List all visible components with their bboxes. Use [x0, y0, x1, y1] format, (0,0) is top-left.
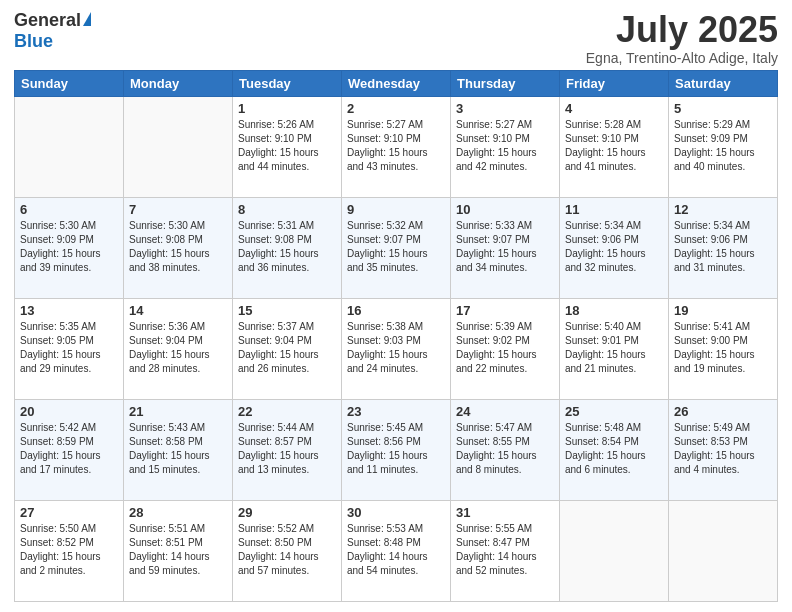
day-number: 17	[456, 303, 554, 318]
table-row	[669, 500, 778, 601]
table-row: 18Sunrise: 5:40 AMSunset: 9:01 PMDayligh…	[560, 298, 669, 399]
table-row: 11Sunrise: 5:34 AMSunset: 9:06 PMDayligh…	[560, 197, 669, 298]
day-number: 22	[238, 404, 336, 419]
header-monday: Monday	[124, 70, 233, 96]
table-row	[15, 96, 124, 197]
day-info: Sunrise: 5:39 AMSunset: 9:02 PMDaylight:…	[456, 320, 554, 376]
table-row: 7Sunrise: 5:30 AMSunset: 9:08 PMDaylight…	[124, 197, 233, 298]
day-info: Sunrise: 5:41 AMSunset: 9:00 PMDaylight:…	[674, 320, 772, 376]
day-number: 8	[238, 202, 336, 217]
table-row: 6Sunrise: 5:30 AMSunset: 9:09 PMDaylight…	[15, 197, 124, 298]
day-info: Sunrise: 5:26 AMSunset: 9:10 PMDaylight:…	[238, 118, 336, 174]
day-number: 30	[347, 505, 445, 520]
logo-blue: Blue	[14, 31, 53, 52]
day-number: 16	[347, 303, 445, 318]
header-thursday: Thursday	[451, 70, 560, 96]
page: General Blue July 2025 Egna, Trentino-Al…	[0, 0, 792, 612]
day-number: 27	[20, 505, 118, 520]
day-info: Sunrise: 5:53 AMSunset: 8:48 PMDaylight:…	[347, 522, 445, 578]
day-info: Sunrise: 5:27 AMSunset: 9:10 PMDaylight:…	[456, 118, 554, 174]
day-number: 23	[347, 404, 445, 419]
day-number: 1	[238, 101, 336, 116]
header-wednesday: Wednesday	[342, 70, 451, 96]
day-info: Sunrise: 5:55 AMSunset: 8:47 PMDaylight:…	[456, 522, 554, 578]
table-row: 9Sunrise: 5:32 AMSunset: 9:07 PMDaylight…	[342, 197, 451, 298]
day-number: 29	[238, 505, 336, 520]
table-row: 15Sunrise: 5:37 AMSunset: 9:04 PMDayligh…	[233, 298, 342, 399]
table-row: 13Sunrise: 5:35 AMSunset: 9:05 PMDayligh…	[15, 298, 124, 399]
table-row: 25Sunrise: 5:48 AMSunset: 8:54 PMDayligh…	[560, 399, 669, 500]
day-info: Sunrise: 5:38 AMSunset: 9:03 PMDaylight:…	[347, 320, 445, 376]
table-row: 24Sunrise: 5:47 AMSunset: 8:55 PMDayligh…	[451, 399, 560, 500]
logo: General Blue	[14, 10, 91, 52]
header-sunday: Sunday	[15, 70, 124, 96]
day-number: 20	[20, 404, 118, 419]
day-info: Sunrise: 5:34 AMSunset: 9:06 PMDaylight:…	[565, 219, 663, 275]
day-info: Sunrise: 5:51 AMSunset: 8:51 PMDaylight:…	[129, 522, 227, 578]
day-number: 5	[674, 101, 772, 116]
table-row: 27Sunrise: 5:50 AMSunset: 8:52 PMDayligh…	[15, 500, 124, 601]
day-info: Sunrise: 5:29 AMSunset: 9:09 PMDaylight:…	[674, 118, 772, 174]
day-info: Sunrise: 5:34 AMSunset: 9:06 PMDaylight:…	[674, 219, 772, 275]
table-row: 14Sunrise: 5:36 AMSunset: 9:04 PMDayligh…	[124, 298, 233, 399]
day-number: 11	[565, 202, 663, 217]
calendar-header-row: Sunday Monday Tuesday Wednesday Thursday…	[15, 70, 778, 96]
day-info: Sunrise: 5:27 AMSunset: 9:10 PMDaylight:…	[347, 118, 445, 174]
day-info: Sunrise: 5:45 AMSunset: 8:56 PMDaylight:…	[347, 421, 445, 477]
day-info: Sunrise: 5:33 AMSunset: 9:07 PMDaylight:…	[456, 219, 554, 275]
table-row: 5Sunrise: 5:29 AMSunset: 9:09 PMDaylight…	[669, 96, 778, 197]
day-info: Sunrise: 5:37 AMSunset: 9:04 PMDaylight:…	[238, 320, 336, 376]
header-saturday: Saturday	[669, 70, 778, 96]
top-bar: General Blue July 2025 Egna, Trentino-Al…	[14, 10, 778, 66]
table-row: 22Sunrise: 5:44 AMSunset: 8:57 PMDayligh…	[233, 399, 342, 500]
table-row: 12Sunrise: 5:34 AMSunset: 9:06 PMDayligh…	[669, 197, 778, 298]
day-info: Sunrise: 5:42 AMSunset: 8:59 PMDaylight:…	[20, 421, 118, 477]
day-number: 15	[238, 303, 336, 318]
day-number: 24	[456, 404, 554, 419]
calendar-table: Sunday Monday Tuesday Wednesday Thursday…	[14, 70, 778, 602]
table-row	[124, 96, 233, 197]
day-number: 4	[565, 101, 663, 116]
day-number: 14	[129, 303, 227, 318]
day-number: 28	[129, 505, 227, 520]
table-row: 30Sunrise: 5:53 AMSunset: 8:48 PMDayligh…	[342, 500, 451, 601]
day-info: Sunrise: 5:35 AMSunset: 9:05 PMDaylight:…	[20, 320, 118, 376]
table-row: 26Sunrise: 5:49 AMSunset: 8:53 PMDayligh…	[669, 399, 778, 500]
table-row: 3Sunrise: 5:27 AMSunset: 9:10 PMDaylight…	[451, 96, 560, 197]
header-friday: Friday	[560, 70, 669, 96]
table-row: 17Sunrise: 5:39 AMSunset: 9:02 PMDayligh…	[451, 298, 560, 399]
table-row: 10Sunrise: 5:33 AMSunset: 9:07 PMDayligh…	[451, 197, 560, 298]
location-subtitle: Egna, Trentino-Alto Adige, Italy	[586, 50, 778, 66]
day-info: Sunrise: 5:32 AMSunset: 9:07 PMDaylight:…	[347, 219, 445, 275]
day-number: 21	[129, 404, 227, 419]
table-row: 4Sunrise: 5:28 AMSunset: 9:10 PMDaylight…	[560, 96, 669, 197]
day-number: 19	[674, 303, 772, 318]
day-info: Sunrise: 5:47 AMSunset: 8:55 PMDaylight:…	[456, 421, 554, 477]
table-row: 31Sunrise: 5:55 AMSunset: 8:47 PMDayligh…	[451, 500, 560, 601]
day-info: Sunrise: 5:28 AMSunset: 9:10 PMDaylight:…	[565, 118, 663, 174]
day-number: 10	[456, 202, 554, 217]
day-number: 3	[456, 101, 554, 116]
day-number: 31	[456, 505, 554, 520]
day-info: Sunrise: 5:30 AMSunset: 9:09 PMDaylight:…	[20, 219, 118, 275]
table-row: 28Sunrise: 5:51 AMSunset: 8:51 PMDayligh…	[124, 500, 233, 601]
table-row: 8Sunrise: 5:31 AMSunset: 9:08 PMDaylight…	[233, 197, 342, 298]
table-row: 16Sunrise: 5:38 AMSunset: 9:03 PMDayligh…	[342, 298, 451, 399]
day-info: Sunrise: 5:36 AMSunset: 9:04 PMDaylight:…	[129, 320, 227, 376]
table-row: 21Sunrise: 5:43 AMSunset: 8:58 PMDayligh…	[124, 399, 233, 500]
day-number: 7	[129, 202, 227, 217]
day-info: Sunrise: 5:49 AMSunset: 8:53 PMDaylight:…	[674, 421, 772, 477]
day-info: Sunrise: 5:30 AMSunset: 9:08 PMDaylight:…	[129, 219, 227, 275]
month-title: July 2025	[586, 10, 778, 50]
table-row: 20Sunrise: 5:42 AMSunset: 8:59 PMDayligh…	[15, 399, 124, 500]
table-row: 23Sunrise: 5:45 AMSunset: 8:56 PMDayligh…	[342, 399, 451, 500]
day-number: 13	[20, 303, 118, 318]
day-info: Sunrise: 5:43 AMSunset: 8:58 PMDaylight:…	[129, 421, 227, 477]
table-row	[560, 500, 669, 601]
day-info: Sunrise: 5:31 AMSunset: 9:08 PMDaylight:…	[238, 219, 336, 275]
day-number: 9	[347, 202, 445, 217]
day-number: 18	[565, 303, 663, 318]
day-info: Sunrise: 5:52 AMSunset: 8:50 PMDaylight:…	[238, 522, 336, 578]
logo-general: General	[14, 10, 81, 31]
logo-triangle-icon	[83, 12, 91, 26]
